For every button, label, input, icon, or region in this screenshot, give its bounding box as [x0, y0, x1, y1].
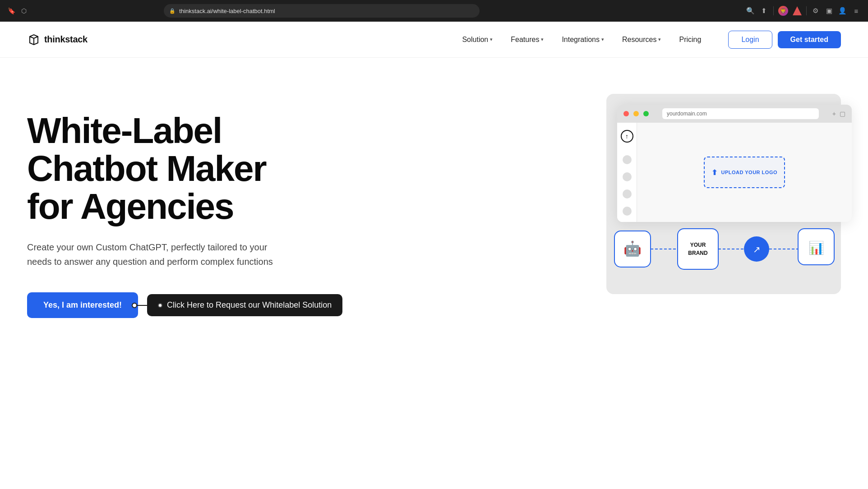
get-started-button[interactable]: Get started	[778, 31, 841, 48]
svg-text:YOUR: YOUR	[690, 242, 706, 248]
nav-item-solution[interactable]: Solution ▾	[453, 32, 502, 47]
dot-icon	[158, 303, 162, 308]
menu-icon[interactable]: ≡	[852, 6, 861, 15]
dot-red	[623, 111, 629, 116]
hero-left: White-Label Chatbot Maker for Agencies C…	[27, 94, 342, 318]
sidebar-dot-3	[623, 189, 632, 198]
search-icon[interactable]: 🔍	[746, 6, 755, 15]
nav-item-resources[interactable]: Resources ▾	[613, 32, 670, 47]
mockup-tab-icons: + ▢	[832, 110, 845, 117]
bookmark-icon[interactable]: 🔖	[7, 7, 15, 15]
sidebar-toggle-icon[interactable]: ▣	[825, 6, 834, 15]
nav-item-pricing[interactable]: Pricing	[670, 32, 710, 47]
mockup-body: ↑ ⬆ UPLOAD YOUR LOGO	[617, 123, 852, 222]
nav-item-features[interactable]: Features ▾	[502, 32, 553, 47]
hero-title: White-Label Chatbot Maker for Agencies	[27, 112, 342, 226]
upload-arrow-icon: ↑	[621, 130, 633, 143]
site-header: thinkstack Solution ▾ Features ▾ Integra…	[0, 22, 868, 58]
dot-yellow	[633, 111, 639, 116]
logo-text: thinkstack	[44, 34, 88, 45]
url-text: thinkstack.ai/white-label-chatbot.html	[179, 8, 275, 14]
browser-nav-icons: 🔖 ⬡	[7, 7, 28, 15]
hero-cta-row: Yes, I am interested! Click Here to Requ…	[27, 292, 342, 318]
mockup-titlebar: yourdomain.com + ▢	[617, 105, 852, 123]
tooltip-pill: Click Here to Request our Whitelabel Sol…	[147, 294, 342, 316]
logo-area[interactable]: thinkstack	[27, 33, 88, 46]
upload-logo-box[interactable]: ⬆ UPLOAD YOUR LOGO	[704, 157, 785, 188]
browser-mockup-wrapper: yourdomain.com + ▢ ↑	[606, 94, 841, 294]
upload-icon: ⬆	[711, 168, 718, 177]
chevron-down-icon: ▾	[601, 37, 604, 42]
sidebar-dot-1	[623, 155, 632, 164]
main-nav: Solution ▾ Features ▾ Integrations ▾ Res…	[453, 32, 728, 47]
svg-text:🤖: 🤖	[623, 240, 642, 257]
browser-chrome: 🔖 ⬡ 🔒 thinkstack.ai/white-label-chatbot.…	[0, 0, 868, 22]
brand-diagram-svg: 🤖 YOUR BRAND ↗ 📊	[611, 213, 850, 285]
mockup-url-bar: yourdomain.com	[662, 108, 819, 119]
address-bar[interactable]: 🔒 thinkstack.ai/white-label-chatbot.html	[164, 4, 480, 18]
alert-icon	[793, 6, 802, 15]
brave-icon[interactable]: 🦁	[778, 6, 788, 16]
lock-icon: 🔒	[169, 8, 175, 14]
chevron-down-icon: ▾	[658, 37, 661, 42]
sidebar-dot-2	[623, 172, 632, 181]
chevron-down-icon: ▾	[541, 37, 544, 42]
brand-diagram: 🤖 YOUR BRAND ↗ 📊	[606, 213, 841, 287]
plus-icon: +	[832, 110, 836, 117]
svg-text:BRAND: BRAND	[688, 250, 708, 256]
logo-icon	[27, 33, 41, 46]
dot-green	[643, 111, 649, 116]
mockup-sidebar: ↑	[617, 123, 637, 222]
profiles-icon[interactable]: 👤	[838, 6, 847, 15]
hero-subtitle: Create your own Custom ChatGPT, perfectl…	[27, 240, 280, 269]
login-button[interactable]: Login	[728, 31, 772, 49]
shield-icon: ⬡	[20, 7, 28, 15]
nav-item-integrations[interactable]: Integrations ▾	[553, 32, 613, 47]
cta-primary-button[interactable]: Yes, I am interested!	[27, 292, 138, 318]
extensions-icon[interactable]: ⚙	[811, 6, 820, 15]
chevron-down-icon: ▾	[490, 37, 493, 42]
hero-section: White-Label Chatbot Maker for Agencies C…	[0, 58, 868, 464]
mockup-main-area: ⬆ UPLOAD YOUR LOGO	[637, 123, 852, 222]
svg-text:↗: ↗	[753, 244, 761, 254]
nav-buttons: Login Get started	[728, 31, 841, 49]
browser-right-icons: 🔍 ⬆ 🦁 ⚙ ▣ 👤 ≡	[746, 6, 861, 16]
svg-rect-5	[678, 229, 718, 269]
svg-text:📊: 📊	[808, 240, 824, 255]
maximize-icon: ▢	[840, 110, 845, 117]
share-icon[interactable]: ⬆	[760, 6, 769, 15]
hero-right: yourdomain.com + ▢ ↑	[360, 94, 841, 294]
browser-mockup: yourdomain.com + ▢ ↑	[617, 105, 852, 222]
